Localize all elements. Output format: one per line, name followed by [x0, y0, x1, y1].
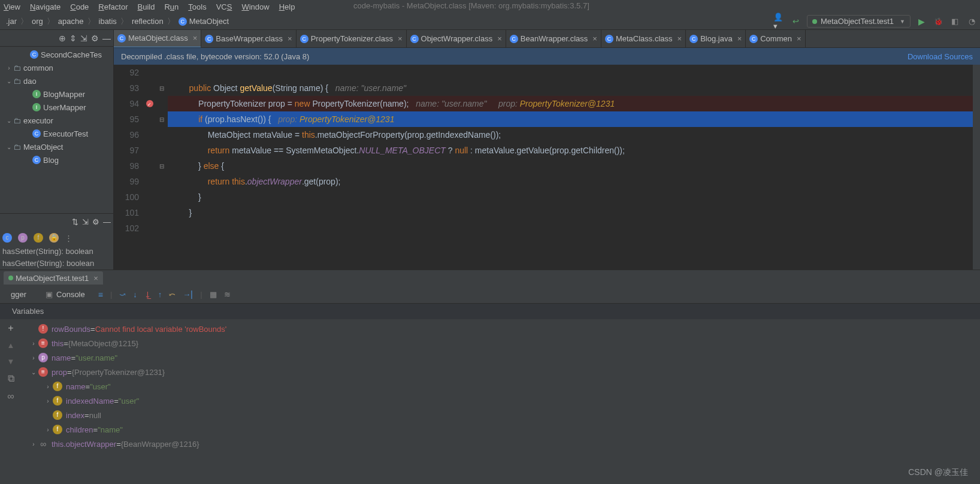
close-icon[interactable]: × [395, 34, 403, 43]
editor-tab[interactable]: CPropertyTokenizer.class× [297, 30, 407, 48]
variable-row[interactable]: ›findexedName = "user" [24, 394, 980, 408]
variable-row[interactable]: !rowBounds = Cannot find local variable … [24, 322, 980, 336]
editor-tab[interactable]: CCommen× [746, 30, 805, 48]
variable-row[interactable]: ›fchildren = "name" [24, 422, 980, 437]
crumb-file[interactable]: CMetaObject [175, 17, 232, 26]
variable-row[interactable]: ›∞this.objectWrapper = {BeanWrapper@1216… [24, 437, 980, 451]
crumb-reflection[interactable]: reflection [128, 17, 167, 26]
tree-item[interactable]: IUserMapper [0, 101, 113, 114]
menu-navigate[interactable]: Navigate [30, 2, 61, 11]
close-icon[interactable]: × [495, 34, 502, 43]
breakpoint-gutter[interactable] [144, 65, 156, 270]
step-into-icon[interactable]: ↓ [133, 290, 137, 299]
variable-row[interactable]: ⌄≡prop = {PropertyTokenizer@1231} [24, 365, 980, 379]
tree-item[interactable]: CSecondCacheTes [0, 48, 113, 61]
menu-vcs[interactable]: VCS [216, 2, 232, 11]
debugger-tab[interactable]: gger [5, 290, 32, 299]
link-icon[interactable]: ∞ [7, 391, 14, 402]
user-icon[interactable]: 👤▾ [773, 16, 785, 28]
debug-button[interactable]: 🐞 [932, 16, 944, 28]
code-editor[interactable]: 9293949596979899100101102 ⊟⊟⊟ public Obj… [114, 65, 980, 270]
editor-tab[interactable]: CMetaClass.class× [601, 30, 686, 48]
tree-item[interactable]: IBlogMapper [0, 87, 113, 101]
run-dot-icon [8, 276, 13, 280]
download-sources-link[interactable]: Download Sources [908, 52, 973, 61]
close-icon[interactable]: × [91, 274, 98, 283]
drop-frame-icon[interactable]: ⤺ [169, 290, 176, 299]
structure-item[interactable]: hasGetter(String): boolean [0, 258, 113, 270]
collapse-icon[interactable]: ⇕ [69, 34, 77, 43]
debug-session-tab[interactable]: MetaObjectTest.test1 × [4, 271, 103, 285]
struct-hide-icon[interactable]: — [103, 217, 111, 226]
crumb-apache[interactable]: apache [55, 17, 87, 26]
debug-toolbar: gger ▣Console ≡ | ⤻ ↓ ↓̲ ↑ ⤺ →ǀ | ▦ ≋ [0, 286, 980, 304]
menu-help[interactable]: Help [279, 2, 295, 11]
close-icon[interactable]: × [675, 34, 682, 43]
variable-row[interactable]: findex = null [24, 408, 980, 422]
editor-tab[interactable]: CObjectWrapper.class× [407, 30, 506, 48]
step-over-icon[interactable]: ⤻ [119, 290, 126, 299]
variable-row[interactable]: ›pname = "user.name" [24, 350, 980, 365]
back-icon[interactable]: ↩ [790, 16, 802, 28]
tree-item[interactable]: ⌄🗀MetaObject [0, 140, 113, 153]
run-to-cursor-icon[interactable]: →ǀ [183, 290, 193, 299]
fold-gutter[interactable]: ⊟⊟⊟ [156, 65, 168, 270]
nav-up-icon[interactable]: ▲ [7, 341, 15, 350]
hide-icon[interactable]: — [102, 34, 111, 43]
code-lines[interactable]: public Object getValue(String name) { na… [168, 65, 973, 270]
close-icon[interactable]: × [590, 34, 597, 43]
class-filter-icon[interactable]: c [2, 233, 12, 243]
console-tab[interactable]: ▣Console [40, 290, 91, 299]
field-filter-icon[interactable]: f [34, 233, 43, 243]
close-icon[interactable]: × [794, 34, 801, 43]
close-icon[interactable]: × [190, 34, 198, 43]
coverage-button[interactable]: ◧ [949, 16, 961, 28]
variable-row[interactable]: ›≡this = {MetaObject@1215} [24, 336, 980, 350]
prop-filter-icon[interactable]: p [18, 233, 28, 243]
close-icon[interactable]: × [735, 34, 742, 43]
tree-item[interactable]: CBlog [0, 153, 113, 167]
profile-button[interactable]: ◔ [966, 16, 978, 28]
editor-tab[interactable]: CBaseWrapper.class× [201, 30, 296, 48]
tree-item[interactable]: CExecutorTest [0, 127, 113, 140]
tree-item[interactable]: ›🗀common [0, 61, 113, 74]
close-icon[interactable]: × [285, 34, 292, 43]
struct-settings-icon[interactable]: ⚙ [92, 217, 99, 226]
menu-refactor[interactable]: Refactor [98, 2, 128, 11]
crumb-org[interactable]: org [28, 17, 47, 26]
trace-icon[interactable]: ≋ [224, 290, 231, 299]
editor-tab[interactable]: CBlog.java× [686, 30, 746, 48]
menu-run[interactable]: Run [164, 2, 179, 11]
struct-filter-icon[interactable]: ⇲ [82, 217, 89, 226]
run-button[interactable]: ▶ [915, 16, 927, 28]
struct-sort-icon[interactable]: ⇅ [72, 217, 78, 226]
tree-item[interactable]: ⌄🗀executor [0, 114, 113, 127]
expand-icon[interactable]: ⊕ [59, 34, 66, 43]
run-config-selector[interactable]: MetaObjectTest.test1 ▼ [807, 15, 911, 28]
menu-tools[interactable]: Tools [188, 2, 206, 11]
menu-view[interactable]: View [4, 2, 20, 11]
step-out-icon[interactable]: ↑ [158, 290, 162, 299]
variable-row[interactable]: ›fname = "user" [24, 379, 980, 394]
menu-code[interactable]: Code [70, 2, 89, 11]
menu-window[interactable]: Window [241, 2, 269, 11]
menu-bar: View Navigate Code Refactor Build Run To… [0, 0, 980, 13]
settings-icon[interactable]: ⚙ [91, 34, 99, 43]
select-opened-icon[interactable]: ⇲ [80, 34, 87, 43]
crumb-jar[interactable]: .jar [2, 17, 20, 26]
menu-build[interactable]: Build [138, 2, 155, 11]
structure-item[interactable]: hasSetter(String): boolean [0, 246, 113, 258]
show-exec-point-icon[interactable]: ≡ [98, 290, 103, 300]
tree-item[interactable]: ⌄🗀dao [0, 74, 113, 87]
editor-tab[interactable]: CMetaObject.class× [114, 30, 201, 48]
struct-more-icon[interactable]: ⋮ [65, 234, 72, 243]
nav-down-icon[interactable]: ▼ [7, 357, 15, 366]
force-step-into-icon[interactable]: ↓̲ [144, 290, 151, 299]
crumb-ibatis[interactable]: ibatis [95, 17, 120, 26]
marker-strip[interactable] [973, 65, 980, 270]
editor-tab[interactable]: CBeanWrapper.class× [506, 30, 601, 48]
evaluate-icon[interactable]: ▦ [210, 290, 217, 299]
add-watch-icon[interactable]: + [8, 323, 13, 334]
lock-filter-icon[interactable]: 🔒 [49, 233, 59, 243]
copy-icon[interactable]: ⧉ [8, 373, 14, 384]
